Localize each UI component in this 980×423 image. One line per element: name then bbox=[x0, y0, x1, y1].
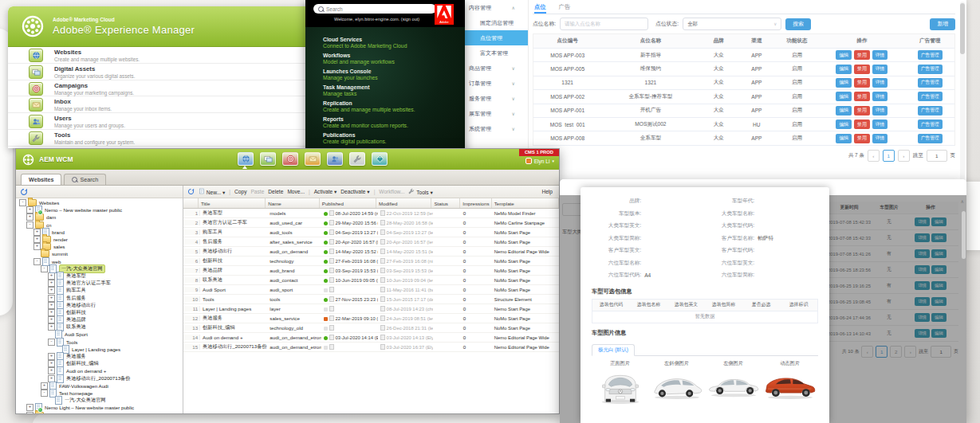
table-row[interactable]: MOS APP-002全系车型-推荐车型大众APP启用编辑禁用详情广告管理 bbox=[533, 90, 954, 104]
tree-item[interactable]: +联系奥迪 bbox=[16, 323, 183, 331]
grid-row[interactable]: 5奥迪移动出行audi_on_demand14-May-2020 15:52 (… bbox=[183, 247, 559, 257]
grid-row[interactable]: 13创新科技_编辑technology_old26-Dec-2018 21:31… bbox=[183, 323, 559, 333]
ad-manage-button[interactable]: 广告管理 bbox=[918, 134, 943, 143]
pager-page-1[interactable]: 1 bbox=[883, 150, 895, 162]
tree-item[interactable]: +奥迪移动出行_20200713备份 bbox=[16, 375, 183, 382]
tree-item[interactable]: -cn bbox=[16, 221, 183, 229]
table-row[interactable]: MOS APP-001开机广告大众APP启用编辑禁用详情广告管理 bbox=[533, 104, 954, 118]
tree-item[interactable]: +购车工具 bbox=[16, 287, 183, 294]
tab-点位[interactable]: 点位 bbox=[534, 0, 546, 14]
detail-button[interactable]: 详情 bbox=[872, 78, 888, 88]
tree-item-label[interactable]: 联系奥迪 bbox=[66, 323, 86, 331]
grid-row[interactable]: 6创新科技technology27-Feb-2019 16:08 (nicole… bbox=[183, 257, 559, 266]
scroll-up-icon[interactable]: ∧ bbox=[961, 198, 964, 204]
tree-item[interactable]: +售后服务 bbox=[16, 294, 183, 301]
disable-button[interactable]: 禁用 bbox=[854, 92, 870, 101]
pager-jump-input[interactable]: 1 bbox=[927, 150, 947, 162]
expand-icon[interactable]: + bbox=[26, 213, 33, 221]
toolbar-delete[interactable]: Delete bbox=[268, 189, 283, 194]
grid-row[interactable]: 7奥迪品牌audi_brand03-Sep-2019 15:53 (levine… bbox=[183, 266, 559, 276]
tree-item-label[interactable]: 奥迪移动出行 bbox=[66, 302, 96, 309]
detail-button[interactable]: 详情 bbox=[872, 92, 888, 101]
tree-item[interactable]: +FAW-Volkswagen Audi bbox=[16, 382, 183, 390]
console-link-title[interactable]: Task Management bbox=[323, 84, 465, 90]
column-header-title[interactable]: Title bbox=[199, 198, 266, 208]
tree-item[interactable]: +创新科技 bbox=[16, 309, 183, 316]
grid-row[interactable]: 15奥迪移动出行_20200713备份audi_on_demand_etron.… bbox=[183, 343, 559, 352]
tab-websites[interactable]: Websites bbox=[21, 174, 61, 185]
ad-manage-button[interactable]: 广告管理 bbox=[918, 92, 943, 101]
tree-item[interactable]: +render bbox=[16, 236, 183, 243]
grid-row[interactable]: 14Audi on demand +audi_on_demand_etron03… bbox=[183, 333, 559, 343]
tab-search[interactable]: Search bbox=[64, 174, 106, 185]
grid-row[interactable]: 12奥迪服务sales_service22-Mar-2019 09:10 (le… bbox=[183, 314, 559, 323]
expand-icon[interactable]: + bbox=[48, 272, 55, 280]
console-link-title[interactable]: Cloud Services bbox=[323, 37, 465, 42]
console-link-sub[interactable]: Create and monitor custom reports. bbox=[323, 123, 465, 128]
disable-button[interactable]: 禁用 bbox=[854, 65, 870, 74]
expand-icon[interactable]: + bbox=[48, 360, 55, 367]
collapse-icon[interactable]: - bbox=[33, 258, 41, 265]
expand-icon[interactable]: + bbox=[48, 309, 55, 316]
disable-button[interactable]: 禁用 bbox=[854, 119, 870, 129]
tag-icon[interactable] bbox=[372, 152, 388, 166]
column-header-name[interactable]: Name bbox=[266, 198, 320, 208]
expand-icon[interactable]: + bbox=[48, 367, 55, 374]
tree-item-label[interactable]: Layer | Landing pages bbox=[72, 347, 120, 352]
collapse-icon[interactable]: - bbox=[26, 221, 33, 229]
point-name-input[interactable]: 请输入点位名称 bbox=[560, 18, 648, 30]
edit-button[interactable]: 编辑 bbox=[836, 106, 852, 116]
color-tab-aurora-white[interactable]: 极光白 (默认) bbox=[592, 344, 635, 356]
disable-button[interactable]: 禁用 bbox=[854, 106, 870, 116]
expand-icon[interactable]: + bbox=[33, 243, 41, 250]
tree-item[interactable]: +Nemo Light – New website master public bbox=[16, 404, 183, 411]
table-row[interactable]: MOS_test_001MOS测试002大众HU启用编辑禁用详情广告管理 bbox=[533, 118, 954, 131]
tree-item[interactable]: +brand bbox=[16, 229, 183, 236]
expand-icon[interactable]: + bbox=[26, 404, 33, 411]
ad-manage-button[interactable]: 广告管理 bbox=[918, 78, 943, 88]
toolbar-tools[interactable]: Tools ▾ bbox=[408, 188, 432, 196]
tree-item-label[interactable]: brand bbox=[52, 229, 65, 235]
wrench-icon[interactable] bbox=[349, 152, 365, 166]
expand-icon[interactable]: + bbox=[33, 229, 41, 236]
tree-item-label[interactable]: 奥迪车型 bbox=[66, 272, 86, 280]
console-link-sub[interactable]: Manage your launches bbox=[323, 75, 465, 80]
grid-row[interactable]: 3购车工具audi_tools04-Sep-2019 13:27 (levine… bbox=[183, 228, 559, 237]
console-link-title[interactable]: Launches Console bbox=[323, 69, 465, 74]
table-row[interactable]: 13211321大众APP启用编辑禁用详情广告管理 bbox=[533, 76, 954, 90]
welcome-signout-line[interactable]: Welcome, elyn.bitnx-engine.com. (sign ou… bbox=[334, 17, 419, 22]
expand-icon[interactable]: + bbox=[48, 353, 55, 360]
users-icon[interactable] bbox=[327, 152, 343, 166]
console-link-sub[interactable]: Create and manage multiple websites. bbox=[323, 107, 465, 112]
toolbar-activate[interactable]: Activate ▾ bbox=[314, 189, 337, 195]
column-header-template[interactable]: Template bbox=[492, 198, 559, 208]
tree-item[interactable]: +Nemo – New website master public bbox=[16, 206, 183, 213]
table-row[interactable]: MOS APP-003新手指导大众APP启用编辑禁用详情广告管理 bbox=[533, 49, 954, 62]
grid-row[interactable]: 10Toolstools27-Nov-2015 23:23 (mandy15-J… bbox=[183, 295, 559, 304]
console-link-title[interactable]: Reports bbox=[323, 116, 465, 122]
edit-button[interactable]: 编辑 bbox=[836, 119, 852, 129]
grid-row[interactable]: 4售后服务after_sales_service20-Apr-2020 16:5… bbox=[183, 237, 559, 247]
expand-icon[interactable]: + bbox=[48, 295, 55, 302]
tree-item-label[interactable]: Nemo Light – New website master public bbox=[45, 405, 134, 410]
console-link-sub[interactable]: Connect to Adobe Marketing Cloud bbox=[323, 43, 465, 49]
collapse-icon[interactable]: - bbox=[48, 339, 55, 346]
edit-button[interactable]: 编辑 bbox=[836, 50, 852, 60]
tree-item[interactable]: -Test homepage bbox=[16, 390, 183, 397]
ad-manage-button[interactable]: 广告管理 bbox=[918, 119, 943, 129]
tree-item-label[interactable]: summit bbox=[52, 251, 68, 257]
grid-row[interactable]: 9Audi Sportaudi_sport11-May-2016 11:41 (… bbox=[183, 285, 559, 295]
detail-button[interactable]: 详情 bbox=[872, 119, 888, 129]
collapse-icon[interactable]: - bbox=[41, 390, 48, 397]
scrollbar-thumb[interactable] bbox=[960, 3, 965, 54]
refresh-icon[interactable] bbox=[20, 188, 28, 196]
toolbar-copy[interactable]: Copy bbox=[234, 189, 246, 194]
scrollbar-track[interactable] bbox=[960, 2, 965, 182]
console-link-title[interactable]: Publications bbox=[323, 132, 465, 138]
target-icon[interactable] bbox=[282, 152, 298, 166]
column-header-modified[interactable]: Modified bbox=[376, 198, 431, 208]
console-link-sub[interactable]: Create digital publications. bbox=[323, 139, 465, 144]
tree-item-label[interactable]: Tools bbox=[66, 339, 77, 345]
disable-button[interactable]: 禁用 bbox=[854, 50, 870, 60]
tree-item[interactable]: +奥迪服务 bbox=[16, 353, 183, 360]
